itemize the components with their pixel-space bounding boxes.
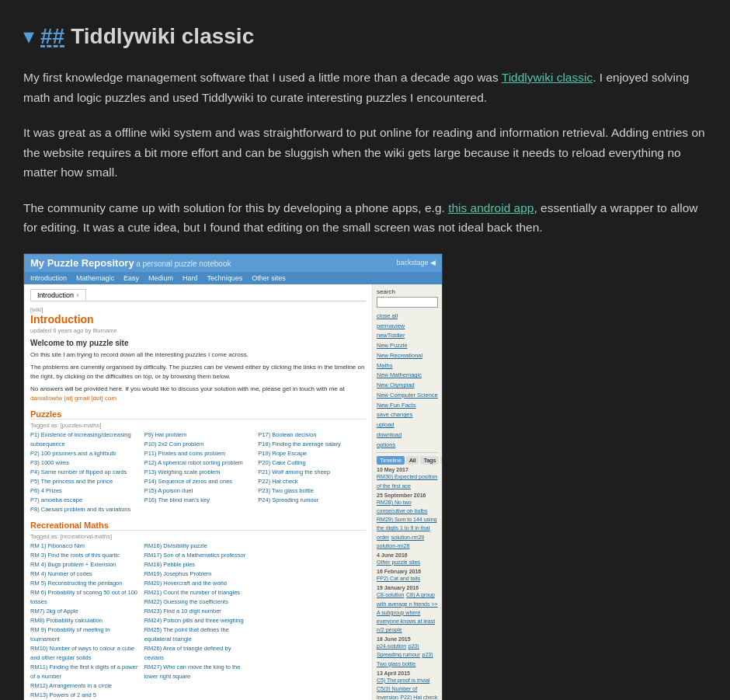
ss-tab-timeline[interactable]: Timeline: [377, 456, 405, 465]
ss-puzzle-p6[interactable]: P6) 4 Prizes: [30, 486, 138, 496]
ss-rm1[interactable]: RM 1) Fibonacci Nim: [30, 542, 138, 551]
ss-rm23[interactable]: RM23) Find a 10 digit number: [144, 607, 252, 616]
ss-rec-col2: RM16) Divisibility puzzle RM17) Son of a…: [144, 542, 252, 700]
ss-puzzle-p9[interactable]: P9) Hat problem: [144, 430, 252, 440]
ss-puzzle-p17[interactable]: P17) Boolean decision: [258, 430, 366, 440]
ss-rm13[interactable]: RM13) Powers of 2 and 5: [30, 691, 138, 700]
ss-rm22[interactable]: RM22) Guessing the coefficients: [144, 597, 252, 607]
ss-nav-mathemagic[interactable]: Mathemagic: [76, 274, 114, 282]
ss-puzzle-p3[interactable]: P3) 1000 wires: [30, 458, 138, 468]
ss-puzzle-p16[interactable]: P16) The blind man's key: [144, 496, 252, 505]
ss-rm19[interactable]: RM19) Josephus Problem: [144, 569, 252, 579]
p1-text-start: My first knowledge management software t…: [23, 71, 502, 84]
ss-rm4b[interactable]: RM 4) Number of codes: [30, 569, 138, 579]
ss-link-new-rec-maths[interactable]: New Recreational Maths: [377, 351, 438, 371]
tiddlywiki-classic-link[interactable]: Tiddlywiki classic: [502, 71, 593, 84]
ss-tab-all[interactable]: All: [406, 456, 419, 465]
ss-rm17[interactable]: RM17) Son of a Mathematics professor: [144, 551, 252, 560]
ss-puzzle-p24[interactable]: P24) Spreading rumour: [258, 496, 366, 505]
ss-puzzle-p5[interactable]: P5) The princess and the prince: [30, 477, 138, 486]
ss-link-new-puzzle[interactable]: New Puzzle: [377, 341, 438, 351]
ss-entry-sol28[interactable]: solution-rm28: [377, 543, 409, 549]
ss-link-download[interactable]: download: [377, 430, 438, 441]
ss-rm20[interactable]: RM20) Hovercraft and the world: [144, 579, 252, 588]
ss-entry-c8[interactable]: C8) A group with average n friends >> A …: [377, 592, 438, 632]
ss-rm8[interactable]: RM8) Probability calculation: [30, 616, 138, 625]
ss-puzzle-p4[interactable]: P4) Same number of flipped up cards: [30, 468, 138, 477]
ss-puzzle-p14[interactable]: P14) Sequence of zeros and ones: [144, 477, 252, 486]
ss-date-7: 13 April 2015: [377, 670, 438, 676]
ss-tab-tiddler[interactable]: Tiddler: [440, 456, 443, 465]
ss-puzzle-p15[interactable]: P15) A poison duel: [144, 486, 252, 496]
ss-nav-techniques[interactable]: Techniques: [207, 274, 243, 282]
ss-puzzle-p1[interactable]: P1) Existence of increasing/decreasing s…: [30, 430, 138, 449]
ss-link-upload[interactable]: upload: [377, 420, 438, 430]
ss-link-new-tiddler[interactable]: newTiddler: [377, 331, 438, 341]
ss-link-new-olympiad[interactable]: New Olympiad: [377, 381, 438, 391]
ss-rm10[interactable]: RM10) Number of ways to colour a cube an…: [30, 644, 138, 663]
ss-rec-col3: [258, 542, 366, 700]
ss-entry-sol29[interactable]: solution-rm29: [391, 535, 424, 540]
ss-tab-introduction[interactable]: Introduction x: [30, 289, 86, 301]
ss-puzzle-p10[interactable]: P10) 2x2 Coin problem: [144, 440, 252, 449]
ss-puzzle-col2: P9) Hat problem P10) 2x2 Coin problem P1…: [144, 430, 252, 514]
ss-puzzle-p2[interactable]: P2) 100 prisoners and a lightbulb: [30, 449, 138, 458]
ss-search-label: search: [377, 288, 438, 295]
ss-link-save-changes[interactable]: save changes: [377, 410, 438, 420]
ss-welcome-heading: Welcome to my puzzle site: [30, 339, 366, 347]
ss-rm4a[interactable]: RM 4) Bugs problem + Extension: [30, 560, 138, 569]
ss-sidebar: search close all permaview newTiddler Ne…: [372, 284, 442, 700]
ss-link-new-fun-facts[interactable]: New Fun Facts: [377, 401, 438, 411]
ss-entry-c5trivial[interactable]: C5) The proof is trivial: [377, 677, 429, 683]
ss-rm21[interactable]: RM21) Count the number of triangles: [144, 588, 252, 597]
ss-rm6[interactable]: RM 6) Probability of scoring 50 out of 1…: [30, 588, 138, 607]
ss-link-options[interactable]: options: [377, 441, 438, 451]
ss-rm25[interactable]: RM25) The point that defines the equilat…: [144, 625, 252, 644]
arrow-prefix: ▾: [23, 23, 34, 49]
ss-rm11[interactable]: RM11) Finding the first k digits of a po…: [30, 663, 138, 681]
ss-rm27[interactable]: RM27) Who can move the king to the lower…: [144, 663, 252, 681]
ss-puzzle-p22[interactable]: P22) Hat check: [258, 477, 366, 486]
ss-entry-rm28[interactable]: RM28) No two consecutive on bulbs: [377, 500, 427, 514]
ss-rm24[interactable]: RM24) Poison pills and three weighing: [144, 616, 252, 625]
ss-rm5[interactable]: RM 5) Reconstructing the pentagon: [30, 579, 138, 588]
ss-entry-p24sol[interactable]: p24-solution: [377, 643, 406, 649]
ss-tab-close[interactable]: x: [76, 291, 79, 298]
ss-puzzle-p11[interactable]: P11) Pirates and coins problem: [144, 449, 252, 458]
ss-entry-rm30[interactable]: RM30) Expected position of the first ace: [377, 474, 437, 488]
ss-nav-introduction[interactable]: Introduction: [30, 274, 67, 282]
ss-nav-medium[interactable]: Medium: [148, 274, 173, 282]
ss-rm7[interactable]: RM7) 2kg of Apple: [30, 607, 138, 616]
ss-puzzle-p7[interactable]: P7) amoeba escape: [30, 496, 138, 505]
ss-puzzle-p18[interactable]: P18) Finding the average salary: [258, 440, 366, 449]
ss-entry-p22[interactable]: P22) Hat check: [401, 695, 438, 700]
ss-rm26[interactable]: RM26) Area of triangle defined by cevian…: [144, 644, 252, 663]
ss-rm9[interactable]: RM 9) Probability of meeting in tourname…: [30, 625, 138, 644]
ss-puzzle-p20[interactable]: P20) Cake Cutting: [258, 458, 366, 468]
ss-entry-other[interactable]: Other puzzle sites: [377, 559, 420, 565]
ss-puzzle-p19[interactable]: P19) Rope Escape: [258, 449, 366, 458]
ss-rm12[interactable]: RM12) Arrangements in a circle: [30, 681, 138, 691]
android-app-link[interactable]: this android app: [448, 201, 534, 214]
ss-link-permaview[interactable]: permaview: [377, 322, 438, 332]
ss-puzzle-p8[interactable]: P8) Caesars problem and its variations: [30, 505, 138, 514]
ss-rm16[interactable]: RM16) Divisibility puzzle: [144, 542, 252, 551]
ss-entry-fp2[interactable]: FP2) Cat and tails: [377, 576, 420, 581]
ss-puzzle-p13[interactable]: P13) Weighing scale problem: [144, 468, 252, 477]
ss-rec-grid: RM 1) Fibonacci Nim RM 3) Find the roots…: [30, 542, 366, 700]
ss-entry-c8sol[interactable]: C8-solution: [377, 592, 404, 597]
ss-backstage: backstage ◀: [396, 259, 436, 266]
ss-rm3[interactable]: RM 3) Find the roots of this quartic: [30, 551, 138, 560]
ss-link-close-all[interactable]: close all: [377, 312, 438, 322]
ss-link-new-cs[interactable]: New Computer Science: [377, 391, 438, 401]
ss-search-box[interactable]: [377, 297, 438, 308]
ss-puzzle-p21[interactable]: P21) Wolf among the sheep: [258, 468, 366, 477]
ss-puzzle-p23[interactable]: P23) Two glass bottle: [258, 486, 366, 496]
ss-nav-other-sites[interactable]: Other sites: [252, 274, 286, 282]
ss-link-new-mathemagic[interactable]: New Mathemagic: [377, 371, 438, 381]
ss-puzzle-p12[interactable]: P12) A spherical robot sorting problem: [144, 458, 252, 468]
ss-nav-hard[interactable]: Hard: [182, 274, 198, 282]
ss-tab-tags[interactable]: Tags: [420, 456, 439, 465]
ss-rm18[interactable]: RM18) Pebble piles: [144, 560, 252, 569]
ss-nav-easy[interactable]: Easy: [123, 274, 139, 282]
